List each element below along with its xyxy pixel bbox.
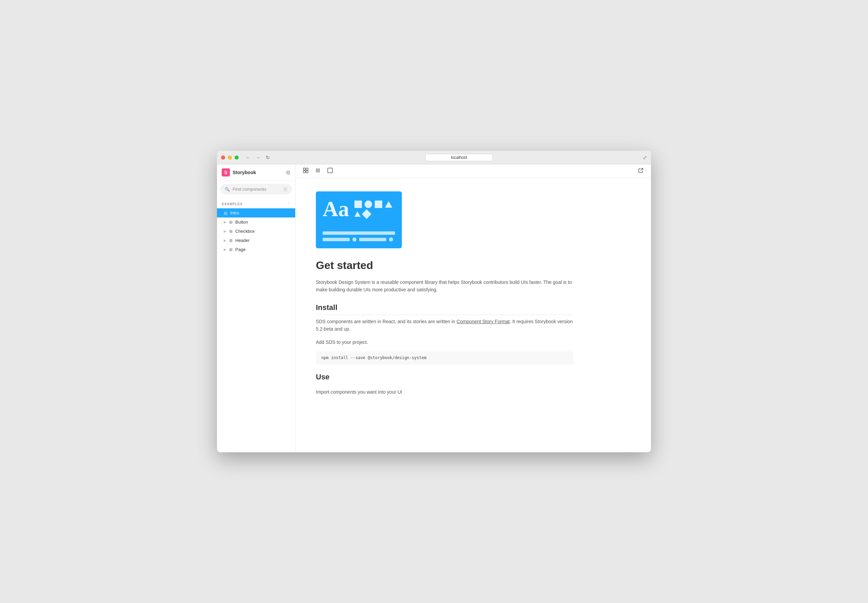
sidebar-item-checkbox[interactable]: ▶ ⊞ Checkbox — [217, 227, 295, 236]
search-icon: 🔍 — [225, 187, 230, 192]
brand: S Storybook — [222, 169, 256, 176]
hero-bar-full — [323, 231, 395, 235]
maximize-button[interactable] — [234, 156, 239, 159]
page-title: Get started — [316, 259, 573, 272]
svg-point-8 — [318, 170, 319, 171]
sidebar-item-label-header: Header — [235, 238, 250, 243]
intro-icon: ▤ — [224, 211, 228, 215]
section-header: EXAMPLES ⌃ — [217, 200, 295, 208]
hero-bar-sm-1 — [323, 238, 350, 241]
install-heading: Install — [316, 303, 573, 315]
expand-icon-checkbox: ▶ — [224, 229, 227, 233]
sidebar-item-page[interactable]: ▶ ⊞ Page — [217, 245, 295, 254]
svg-rect-3 — [306, 171, 308, 173]
expand-icon-button: ▶ — [224, 220, 227, 224]
hero-circle-2 — [389, 238, 393, 241]
svg-point-12 — [319, 171, 320, 172]
shape-diamond-1 — [362, 209, 372, 219]
traffic-lights — [221, 156, 239, 159]
sidebar-item-label-checkbox: Checkbox — [235, 229, 255, 234]
install-text-1: SDS components are written in React, and… — [316, 318, 573, 333]
svg-rect-13 — [328, 168, 333, 173]
hero-circle-1 — [352, 238, 356, 241]
page-icon: ⊞ — [229, 247, 233, 252]
use-heading: Use — [316, 373, 573, 384]
svg-rect-2 — [303, 171, 305, 173]
hero-image: Aa — [316, 192, 402, 248]
shape-square-2 — [375, 201, 382, 208]
shape-square-1 — [355, 201, 362, 208]
install-text-part1: SDS components are written in React, and… — [316, 319, 457, 324]
svg-point-6 — [319, 169, 320, 169]
frame-button[interactable] — [325, 166, 335, 176]
external-link-button[interactable]: ⤢ — [643, 155, 647, 160]
expand-icon-header: ▶ — [224, 238, 227, 242]
grid-view-button[interactable] — [301, 166, 310, 176]
hero-top: Aa — [323, 198, 395, 220]
svg-point-5 — [318, 169, 319, 169]
content-area: Aa — [316, 192, 573, 396]
install-text-2: Add SDS to your project. — [316, 339, 573, 346]
hero-row-1 — [323, 238, 395, 241]
browser-window: ← → ↻ ⤢ S Storybook ⚙ 🔍 Find com — [217, 151, 651, 452]
intro-paragraph: Storybook Design System is a reusable co… — [316, 278, 573, 294]
shape-circle-1 — [365, 201, 372, 208]
minimize-button[interactable] — [228, 156, 232, 159]
header-icon: ⊞ — [229, 238, 233, 243]
svg-point-4 — [316, 169, 317, 169]
refresh-button[interactable]: ↻ — [264, 154, 271, 161]
svg-point-11 — [318, 171, 319, 172]
sidebar-item-intro[interactable]: ▤ Intro — [217, 208, 295, 218]
search-bar[interactable]: 🔍 Find components / — [220, 184, 292, 194]
app-content: S Storybook ⚙ 🔍 Find components / EXAMPL… — [217, 164, 651, 452]
search-placeholder-text: Find components — [233, 187, 280, 192]
brand-logo: S — [222, 169, 230, 176]
svg-point-7 — [316, 170, 317, 171]
code-block: npm install --save @storybook/design-sys… — [316, 351, 573, 365]
hero-bar-sm-2 — [359, 238, 386, 241]
search-shortcut-badge: / — [283, 187, 287, 192]
nav-section-examples: EXAMPLES ⌃ ▤ Intro ▶ ⊞ Button ▶ ⊞ Checkb… — [217, 198, 295, 257]
sidebar-header: S Storybook ⚙ — [217, 164, 295, 181]
brand-logo-letter: S — [224, 170, 227, 175]
open-external-icon — [638, 168, 644, 173]
section-collapse-icon[interactable]: ⌃ — [287, 201, 290, 206]
hero-bottom — [323, 231, 395, 241]
sidebar-item-label-page: Page — [235, 247, 245, 252]
svg-rect-1 — [306, 168, 308, 170]
settings-button[interactable]: ⚙ — [286, 169, 290, 176]
sidebar-item-label-intro: Intro — [230, 210, 239, 215]
checkbox-icon: ⊞ — [229, 229, 233, 234]
sidebar-item-label-button: Button — [235, 220, 248, 224]
button-icon: ⊞ — [229, 220, 233, 224]
toolbar — [296, 164, 651, 178]
svg-point-10 — [316, 171, 317, 172]
back-button[interactable]: ← — [244, 154, 251, 161]
install-link[interactable]: Component Story Format — [457, 319, 510, 324]
expand-icon-page: ▶ — [224, 247, 227, 251]
section-title: EXAMPLES — [222, 202, 242, 206]
shape-triangle-1 — [385, 201, 392, 208]
hero-letter: Aa — [323, 198, 349, 220]
sidebar-item-button[interactable]: ▶ ⊞ Button — [217, 218, 295, 227]
brand-name: Storybook — [233, 170, 256, 175]
address-input[interactable] — [425, 154, 493, 161]
dots-view-button[interactable] — [313, 166, 323, 176]
title-bar: ← → ↻ ⤢ — [217, 151, 651, 164]
external-open-button[interactable] — [636, 166, 646, 176]
svg-point-9 — [319, 170, 320, 171]
svg-rect-0 — [303, 168, 305, 170]
grid-icon — [303, 168, 308, 173]
close-button[interactable] — [221, 156, 225, 159]
use-text: Import components you want into your UI — [316, 388, 573, 396]
hero-shapes — [355, 201, 395, 218]
forward-button[interactable]: → — [254, 154, 262, 161]
address-bar — [275, 154, 643, 161]
sidebar-item-header[interactable]: ▶ ⊞ Header — [217, 236, 295, 245]
main-scroll-area[interactable]: Aa — [296, 178, 651, 452]
shape-triangle-2 — [355, 211, 361, 217]
dots-icon — [315, 168, 321, 173]
browser-nav-buttons: ← → ↻ — [244, 154, 271, 161]
code-content: npm install --save @storybook/design-sys… — [321, 356, 427, 360]
main-content: Aa — [296, 164, 651, 452]
